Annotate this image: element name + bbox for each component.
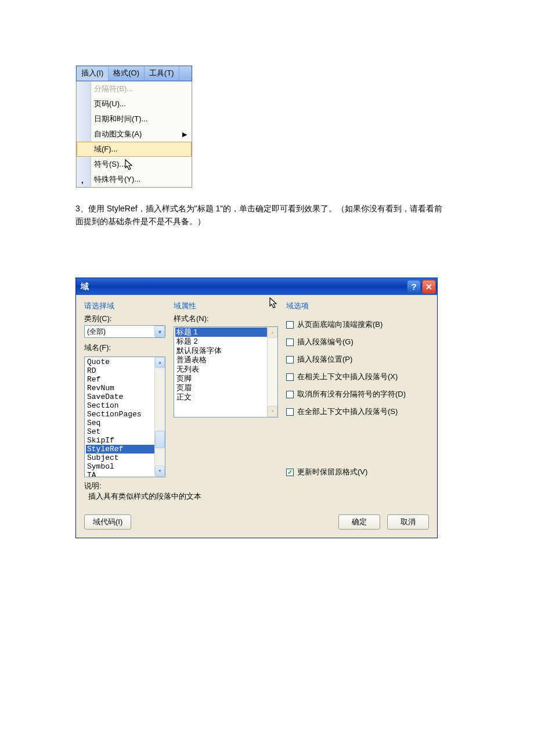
menu-item-label: 自动图文集(A)	[94, 129, 142, 139]
field-codes-button[interactable]: 域代码(I)	[84, 514, 131, 530]
scroll-thumb[interactable]	[155, 431, 165, 448]
option-preserve-format[interactable]: 更新时保留原格式(V)	[286, 467, 429, 477]
list-item[interactable]: 标题 2	[175, 337, 277, 346]
menu-item-autotext[interactable]: 自动图文集(A) ▶	[77, 127, 192, 142]
checkbox[interactable]	[286, 321, 294, 329]
list-item[interactable]: Ref	[86, 375, 165, 384]
list-item[interactable]: RevNum	[86, 384, 165, 393]
menu-bar: 插入(I) 格式(O) 工具(T)	[76, 66, 192, 81]
chevron-down-icon: ▾	[154, 326, 165, 337]
option-search-bottom[interactable]: 从页面底端向顶端搜索(B)	[286, 319, 429, 330]
menu-item-label: 符号(S)...	[94, 159, 125, 170]
list-item[interactable]: TA	[86, 471, 165, 477]
menu-item-label: 分隔符(B)...	[94, 84, 133, 94]
list-item[interactable]: 无列表	[175, 365, 277, 374]
option-label: 取消所有没有分隔符号的字符(D)	[297, 389, 406, 399]
option-label: 在全部上下文中插入段落号(S)	[297, 406, 398, 417]
menu-item-special-symbol[interactable]: , 特殊符号(Y)...	[77, 172, 192, 187]
menu-dropdown: 分隔符(B)... 页码(U)... 日期和时间(T)... 自动图文集(A) …	[76, 81, 192, 188]
list-item[interactable]: Set	[86, 427, 165, 436]
ok-button[interactable]: 确定	[338, 514, 380, 530]
menu-item-page-number[interactable]: 页码(U)...	[77, 96, 192, 111]
scroll-up-icon[interactable]: ▴	[155, 357, 165, 368]
list-item[interactable]: Symbol	[86, 462, 165, 471]
fieldname-listbox[interactable]: Quote RD Ref RevNum SaveDate Section Sec…	[84, 357, 165, 477]
fieldname-label: 域名(F):	[84, 343, 165, 353]
list-item-selected[interactable]: StyleRef	[86, 445, 165, 453]
dropdown-value: (全部)	[87, 327, 106, 337]
option-suppress-nondelim[interactable]: 取消所有没有分隔符号的字符(D)	[286, 389, 429, 399]
field-options-label: 域选项	[286, 301, 429, 311]
menu-insert[interactable]: 插入(I)	[77, 66, 109, 81]
menu-item-separator: 分隔符(B)...	[77, 81, 192, 96]
cursor-icon	[269, 297, 279, 311]
menu-item-symbol[interactable]: 符号(S)...	[77, 157, 192, 172]
instruction-text: 3、使用 StyleRef，插入样式名为"标题 1"的，单击确定即可看到效果了。…	[75, 202, 447, 228]
field-dialog: 域 ? ✕ 请选择域 类别(C): (全部) ▾ 域名(F):	[75, 278, 438, 538]
list-item[interactable]: SectionPages	[86, 410, 165, 419]
list-item-selected[interactable]: 标题 1	[175, 327, 277, 337]
scrollbar[interactable]: ▴ ▾	[267, 327, 277, 417]
option-label: 插入段落编号(G)	[297, 337, 353, 347]
description-label: 说明:	[84, 481, 102, 490]
menu-item-label: 域(F)...	[94, 144, 117, 154]
menu-item-label: 页码(U)...	[94, 99, 126, 109]
option-insert-relative-context[interactable]: 在相关上下文中插入段落号(X)	[286, 372, 429, 382]
menu-item-label: 日期和时间(T)...	[94, 114, 147, 124]
list-item[interactable]: SkipIf	[86, 436, 165, 445]
category-dropdown[interactable]: (全部) ▾	[84, 325, 165, 338]
list-item[interactable]: RD	[86, 366, 165, 375]
checkbox[interactable]	[286, 408, 294, 416]
scroll-up-icon[interactable]: ▴	[268, 327, 277, 338]
checkbox[interactable]	[286, 373, 294, 381]
cursor-icon	[125, 159, 134, 172]
menu-item-label: 特殊符号(Y)...	[94, 174, 140, 185]
insert-menu: 插入(I) 格式(O) 工具(T) 分隔符(B)... 页码(U)... 日期和…	[75, 65, 193, 188]
category-label: 类别(C):	[84, 314, 165, 324]
submenu-arrow-icon: ▶	[182, 131, 187, 138]
menu-format[interactable]: 格式(O)	[109, 66, 145, 81]
checkbox[interactable]	[286, 391, 294, 398]
list-item[interactable]: 默认段落字体	[175, 346, 277, 355]
list-item[interactable]: Subject	[86, 453, 165, 462]
scroll-down-icon[interactable]: ▾	[155, 466, 165, 477]
option-insert-para-pos[interactable]: 插入段落位置(P)	[286, 354, 429, 365]
list-item[interactable]: Section	[86, 401, 165, 410]
menu-tools[interactable]: 工具(T)	[145, 66, 179, 81]
option-label: 从页面底端向顶端搜索(B)	[297, 319, 383, 330]
list-item[interactable]: 普通表格	[175, 355, 277, 365]
list-item[interactable]: 正文	[175, 393, 277, 402]
option-label: 更新时保留原格式(V)	[297, 467, 367, 477]
list-item[interactable]: Quote	[86, 358, 165, 366]
help-button[interactable]: ?	[407, 280, 421, 294]
option-label: 在相关上下文中插入段落号(X)	[297, 372, 398, 382]
cancel-button[interactable]: 取消	[387, 514, 429, 530]
stylename-listbox[interactable]: 标题 1 标题 2 默认段落字体 普通表格 无列表 页脚 页眉 正文 ▴ ▾	[174, 326, 278, 417]
menu-item-date-time[interactable]: 日期和时间(T)...	[77, 111, 192, 127]
bullet-icon: ,	[81, 176, 85, 179]
scrollbar[interactable]: ▴ ▾	[154, 357, 165, 477]
select-field-label: 请选择域	[84, 301, 165, 311]
menu-item-field[interactable]: 域(F)...	[77, 142, 192, 157]
list-item[interactable]: SaveDate	[86, 393, 165, 401]
stylename-label: 样式名(N):	[174, 314, 278, 324]
option-insert-para-num[interactable]: 插入段落编号(G)	[286, 337, 429, 347]
option-label: 插入段落位置(P)	[297, 354, 352, 365]
list-item[interactable]: 页眉	[175, 383, 277, 393]
field-properties-label: 域属性	[174, 301, 278, 311]
scroll-down-icon[interactable]: ▾	[268, 406, 277, 417]
list-item[interactable]: Seq	[86, 419, 165, 427]
description-text: 插入具有类似样式的段落中的文本	[88, 492, 201, 501]
description: 说明: 插入具有类似样式的段落中的文本	[84, 481, 429, 502]
dialog-titlebar: 域 ? ✕	[76, 278, 437, 295]
checkbox[interactable]	[286, 356, 294, 363]
checkbox-checked[interactable]	[286, 469, 294, 476]
dialog-title: 域	[81, 282, 89, 292]
checkbox[interactable]	[286, 339, 294, 346]
close-button[interactable]: ✕	[422, 280, 436, 294]
option-insert-full-context[interactable]: 在全部上下文中插入段落号(S)	[286, 406, 429, 417]
list-item[interactable]: 页脚	[175, 374, 277, 383]
